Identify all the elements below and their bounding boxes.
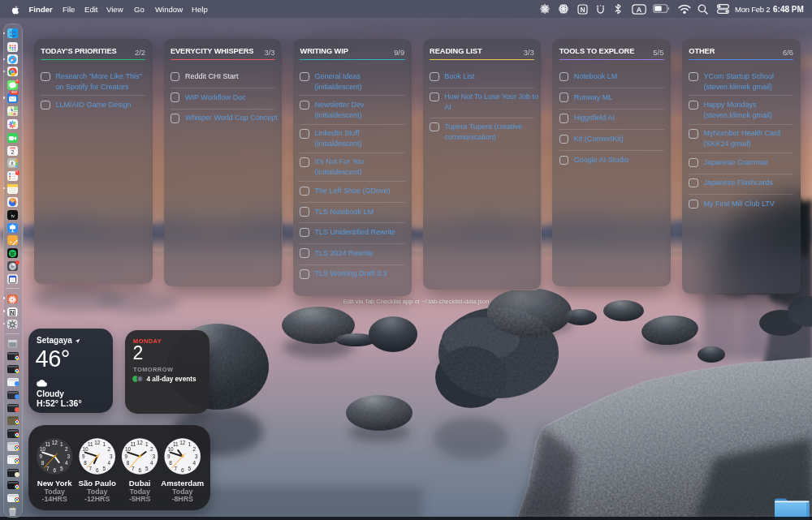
svg-text:2: 2 — [11, 149, 15, 155]
svg-text:8: 8 — [41, 460, 45, 466]
svg-text:11: 11 — [173, 441, 179, 447]
svg-text:11: 11 — [88, 441, 93, 447]
svg-text:10: 10 — [40, 446, 46, 452]
svg-text:12: 12 — [179, 440, 186, 445]
svg-text:8: 8 — [127, 460, 130, 466]
svg-text:2: 2 — [193, 446, 197, 452]
svg-text:10: 10 — [167, 446, 174, 452]
svg-text:1: 1 — [60, 441, 63, 447]
svg-text:tv: tv — [11, 213, 15, 218]
svg-text:6: 6 — [96, 467, 99, 473]
svg-text:9: 9 — [167, 453, 171, 459]
svg-text:11: 11 — [130, 441, 136, 447]
svg-text:9: 9 — [82, 453, 85, 459]
svg-text:7: 7 — [46, 466, 50, 471]
svg-text:6: 6 — [138, 467, 141, 473]
svg-text:4: 4 — [65, 460, 68, 466]
svg-text:1: 1 — [102, 441, 106, 447]
svg-text:10: 10 — [82, 446, 89, 452]
svg-text:3: 3 — [195, 453, 198, 459]
svg-text:5: 5 — [60, 466, 63, 471]
svg-text:8: 8 — [169, 460, 172, 466]
svg-text:5: 5 — [188, 466, 191, 471]
svg-text:4: 4 — [108, 460, 111, 466]
svg-text:A: A — [637, 5, 642, 13]
svg-text:12: 12 — [52, 440, 58, 445]
svg-text:N: N — [11, 309, 15, 315]
svg-text:7: 7 — [132, 466, 135, 471]
svg-text:6: 6 — [53, 467, 56, 473]
svg-text:7: 7 — [89, 466, 92, 471]
svg-text:5: 5 — [145, 466, 149, 471]
svg-text:3: 3 — [67, 453, 70, 459]
svg-text:3: 3 — [152, 453, 155, 459]
svg-text:9: 9 — [39, 453, 42, 459]
svg-text:2: 2 — [150, 446, 153, 452]
svg-text:4: 4 — [193, 460, 197, 466]
svg-text:9: 9 — [124, 453, 127, 459]
svg-text:12: 12 — [94, 440, 101, 445]
svg-text:11: 11 — [45, 441, 50, 447]
svg-text:1: 1 — [145, 441, 149, 447]
svg-text:1: 1 — [188, 441, 191, 447]
svg-text:12: 12 — [137, 440, 144, 445]
svg-text:10: 10 — [125, 446, 132, 452]
svg-text:3: 3 — [110, 453, 113, 459]
svg-text:7: 7 — [174, 466, 177, 471]
svg-text:2: 2 — [65, 446, 68, 452]
svg-text:8: 8 — [84, 460, 87, 466]
svg-text:N: N — [580, 5, 585, 13]
svg-text:6: 6 — [181, 467, 184, 473]
svg-text:4: 4 — [150, 460, 153, 466]
svg-text:5: 5 — [102, 466, 106, 471]
svg-text:2: 2 — [108, 446, 111, 452]
